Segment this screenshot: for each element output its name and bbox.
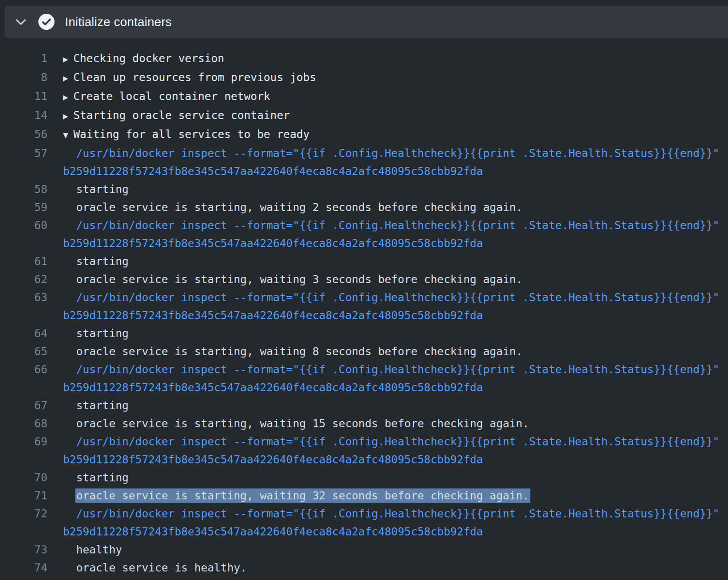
line-number[interactable]: 61	[0, 252, 47, 270]
output-text: starting	[63, 252, 728, 270]
log-line: 70starting	[0, 469, 728, 487]
container-id-text: b259d11228f57243fb8e345c547aa422640f4eca…	[63, 523, 728, 541]
log-line: 73healthy	[0, 541, 728, 559]
line-number[interactable]: 59	[0, 198, 47, 216]
triangle-right-icon: ▶	[63, 88, 73, 106]
output-text: oracle service is starting, waiting 15 s…	[63, 414, 728, 433]
group-title: Waiting for all services to be ready	[73, 125, 310, 143]
line-content: oracle service is starting, waiting 32 s…	[63, 487, 728, 505]
selected-text: oracle service is starting, waiting 32 s…	[75, 488, 530, 503]
line-number[interactable]: 63	[0, 288, 47, 306]
container-id-text: b259d11228f57243fb8e345c547aa422640f4eca…	[63, 451, 728, 469]
container-id-text: b259d11228f57243fb8e345c547aa422640f4eca…	[63, 234, 728, 252]
line-number[interactable]: 14	[0, 106, 47, 124]
log-line: 74oracle service is healthy.	[0, 559, 728, 577]
triangle-right-icon: ▶	[63, 50, 73, 68]
command-text: /usr/bin/docker inspect --format="{{if .…	[63, 216, 728, 234]
triangle-right-icon: ▶	[63, 69, 73, 87]
line-content: healthy	[63, 541, 728, 559]
line-number[interactable]: 56	[0, 125, 47, 143]
line-content: oracle service is healthy.	[63, 559, 728, 577]
log-line: 58starting	[0, 180, 728, 198]
output-text: starting	[63, 469, 728, 487]
log-line: 65oracle service is starting, waiting 8 …	[0, 342, 728, 360]
line-number[interactable]: 69	[0, 433, 47, 451]
line-number[interactable]: 8	[0, 68, 47, 86]
line-content: oracle service is starting, waiting 15 s…	[63, 414, 728, 433]
line-number[interactable]: 71	[0, 487, 47, 505]
log-line: 57/usr/bin/docker inspect --format="{{if…	[0, 144, 728, 180]
line-number[interactable]: 73	[0, 541, 47, 559]
output-text: oracle service is starting, waiting 8 se…	[63, 342, 728, 360]
log-line: 64starting	[0, 324, 728, 342]
container-id-text: b259d11228f57243fb8e345c547aa422640f4eca…	[63, 378, 728, 396]
log-group-toggle[interactable]: ▶Checking docker version	[63, 49, 728, 68]
log-line: 8▶Clean up resources from previous jobs	[0, 68, 728, 87]
line-number[interactable]: 60	[0, 216, 47, 234]
log-line: 61starting	[0, 252, 728, 270]
log-line: 71oracle service is starting, waiting 32…	[0, 487, 728, 505]
log-group-toggle[interactable]: ▶Create local container network	[63, 87, 728, 106]
command-text: /usr/bin/docker inspect --format="{{if .…	[63, 144, 728, 162]
step-header[interactable]: Initialize containers	[5, 6, 728, 38]
output-text: starting	[63, 324, 728, 342]
line-number[interactable]: 66	[0, 360, 47, 378]
line-number[interactable]: 70	[0, 469, 47, 487]
line-content: /usr/bin/docker inspect --format="{{if .…	[63, 505, 728, 541]
group-title: Create local container network	[73, 87, 270, 105]
step-title: Initialize containers	[65, 15, 172, 29]
line-content: starting	[63, 180, 728, 198]
line-content: oracle service is starting, waiting 3 se…	[63, 270, 728, 288]
line-content: /usr/bin/docker inspect --format="{{if .…	[63, 360, 728, 396]
log-line: 62oracle service is starting, waiting 3 …	[0, 270, 728, 288]
output-text: oracle service is starting, waiting 2 se…	[63, 198, 728, 216]
container-id-text: b259d11228f57243fb8e345c547aa422640f4eca…	[63, 306, 728, 324]
command-text: /usr/bin/docker inspect --format="{{if .…	[63, 433, 728, 451]
output-text: oracle service is starting, waiting 32 s…	[63, 487, 728, 505]
log-line: 67starting	[0, 396, 728, 414]
command-text: /usr/bin/docker inspect --format="{{if .…	[63, 360, 728, 378]
line-number[interactable]: 65	[0, 342, 47, 360]
output-text: oracle service is starting, waiting 3 se…	[63, 270, 728, 288]
log-group-toggle[interactable]: ▼Waiting for all services to be ready	[63, 125, 728, 144]
line-number[interactable]: 72	[0, 505, 47, 523]
line-content: starting	[63, 469, 728, 487]
output-text: healthy	[63, 541, 728, 559]
line-content: /usr/bin/docker inspect --format="{{if .…	[63, 433, 728, 469]
log-line: 66/usr/bin/docker inspect --format="{{if…	[0, 360, 728, 396]
line-content: starting	[63, 324, 728, 342]
line-content: /usr/bin/docker inspect --format="{{if .…	[63, 144, 728, 180]
log-line: 60/usr/bin/docker inspect --format="{{if…	[0, 216, 728, 252]
line-content: starting	[63, 396, 728, 414]
line-number[interactable]: 64	[0, 324, 47, 342]
output-text: starting	[63, 396, 728, 414]
log-line: 56▼Waiting for all services to be ready	[0, 125, 728, 144]
log-line: 63/usr/bin/docker inspect --format="{{if…	[0, 288, 728, 324]
line-number[interactable]: 62	[0, 270, 47, 288]
line-number[interactable]: 57	[0, 144, 47, 162]
chevron-down-icon[interactable]	[14, 15, 27, 28]
check-circle-icon	[38, 13, 55, 30]
triangle-down-icon: ▼	[63, 126, 73, 144]
line-number[interactable]: 68	[0, 414, 47, 433]
command-text: /usr/bin/docker inspect --format="{{if .…	[63, 505, 728, 523]
log-line: 59oracle service is starting, waiting 2 …	[0, 198, 728, 216]
triangle-right-icon: ▶	[63, 107, 73, 125]
line-number[interactable]: 74	[0, 559, 47, 577]
log-line: 69/usr/bin/docker inspect --format="{{if…	[0, 433, 728, 469]
group-title: Clean up resources from previous jobs	[73, 68, 316, 86]
line-number[interactable]: 67	[0, 396, 47, 414]
log-line: 14▶Starting oracle service container	[0, 106, 728, 125]
line-number[interactable]: 1	[0, 49, 47, 67]
output-text: oracle service is healthy.	[63, 559, 728, 577]
line-number[interactable]: 58	[0, 180, 47, 198]
container-id-text: b259d11228f57243fb8e345c547aa422640f4eca…	[63, 162, 728, 180]
group-title: Checking docker version	[73, 49, 225, 67]
line-content: oracle service is starting, waiting 8 se…	[63, 342, 728, 360]
command-text: /usr/bin/docker inspect --format="{{if .…	[63, 288, 728, 306]
log-group-toggle[interactable]: ▶Clean up resources from previous jobs	[63, 68, 728, 87]
log-line: 68oracle service is starting, waiting 15…	[0, 414, 728, 433]
group-title: Starting oracle service container	[73, 106, 290, 124]
log-group-toggle[interactable]: ▶Starting oracle service container	[63, 106, 728, 125]
line-number[interactable]: 11	[0, 87, 47, 105]
